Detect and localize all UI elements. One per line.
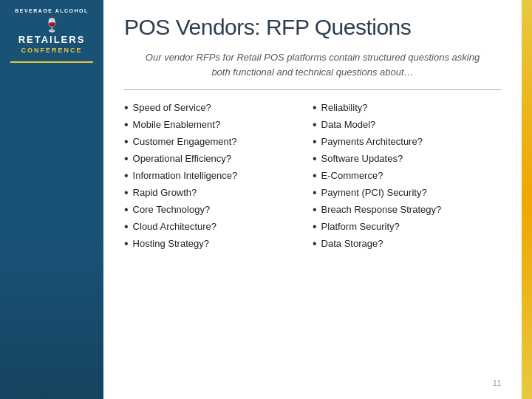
logo-area: BEVERAGE ALCOHOL 🍷 RETAILERS CONFERENCE — [7, 7, 96, 54]
bullet-text: E-Commerce? — [321, 170, 383, 181]
bullet-dot: • — [313, 204, 317, 216]
list-item: •Breach Response Strategy? — [313, 204, 501, 216]
list-item: •Payment (PCI) Security? — [313, 187, 501, 199]
subtitle: Our vendor RFPs for Retail POS platforms… — [124, 50, 501, 79]
bullet-dot: • — [124, 136, 129, 148]
logo-icon-row: 🍷 — [44, 17, 60, 33]
bullet-dot: • — [124, 119, 129, 131]
bullet-dot: • — [313, 187, 317, 199]
bullet-columns: •Speed of Service?•Mobile Enablement?•Cu… — [124, 102, 501, 373]
list-item: •Mobile Enablement? — [124, 119, 313, 131]
bullet-text: Reliability? — [321, 102, 368, 113]
bullet-text: Data Model? — [321, 119, 376, 130]
bullet-text: Customer Engagement? — [133, 136, 237, 147]
bullet-dot: • — [124, 221, 129, 233]
bullet-dot: • — [313, 119, 317, 131]
list-item: •Rapid Growth? — [124, 187, 313, 199]
main-content: POS Vendors: RFP Questions Our vendor RF… — [103, 0, 522, 399]
right-accent-bar — [522, 0, 532, 399]
bullet-text: Mobile Enablement? — [133, 119, 221, 130]
list-item: •Customer Engagement? — [124, 136, 313, 148]
bullet-dot: • — [124, 204, 129, 216]
bullet-text: Speed of Service? — [133, 102, 211, 113]
logo-conference: CONFERENCE — [21, 47, 82, 54]
bullet-dot: • — [124, 187, 129, 199]
list-item: •Software Updates? — [313, 153, 501, 165]
right-bullet-col: •Reliability?•Data Model?•Payments Archi… — [313, 102, 501, 373]
bullet-text: Information Intelligence? — [133, 170, 238, 181]
page-title: POS Vendors: RFP Questions — [124, 15, 501, 40]
bullet-dot: • — [124, 153, 129, 165]
bullet-text: Cloud Architecture? — [133, 221, 216, 232]
bullet-text: Data Storage? — [321, 238, 383, 249]
bullet-dot: • — [313, 221, 317, 233]
bullet-dot: • — [124, 238, 129, 250]
list-item: •Core Technology? — [124, 204, 313, 216]
bullet-text: Payment (PCI) Security? — [321, 187, 427, 198]
list-item: •Reliability? — [313, 102, 501, 114]
list-item: •Operational Efficiency? — [124, 153, 313, 165]
bullet-text: Hosting Strategy? — [133, 238, 209, 249]
list-item: •Payments Architecture? — [313, 136, 501, 148]
list-item: •Hosting Strategy? — [124, 238, 313, 250]
divider-line — [124, 89, 501, 90]
bullet-dot: • — [313, 102, 317, 114]
page-number: 11 — [124, 373, 501, 387]
logo-icon: 🍷 — [44, 17, 60, 33]
list-item: •Platform Security? — [313, 221, 501, 233]
list-item: •Information Intelligence? — [124, 170, 313, 182]
list-item: •Data Model? — [313, 119, 501, 131]
bullet-text: Software Updates? — [321, 153, 403, 164]
bullet-dot: • — [124, 170, 129, 182]
logo-retailers: RETAILERS — [18, 35, 86, 45]
list-item: •Data Storage? — [313, 238, 501, 250]
bullet-dot: • — [124, 102, 129, 114]
sidebar-divider — [10, 61, 93, 63]
list-item: •Cloud Architecture? — [124, 221, 313, 233]
bullet-dot: • — [313, 238, 317, 250]
bullet-text: Operational Efficiency? — [133, 153, 231, 164]
bullet-text: Breach Response Strategy? — [321, 204, 442, 215]
bullet-dot: • — [313, 136, 317, 148]
bullet-text: Rapid Growth? — [133, 187, 197, 198]
bullet-text: Core Technology? — [133, 204, 211, 215]
bullet-text: Platform Security? — [321, 221, 400, 232]
bullet-dot: • — [313, 170, 317, 182]
bullet-text: Payments Architecture? — [321, 136, 423, 147]
logo-top-text: BEVERAGE ALCOHOL — [15, 7, 89, 14]
list-item: •Speed of Service? — [124, 102, 313, 114]
left-bullet-col: •Speed of Service?•Mobile Enablement?•Cu… — [124, 102, 313, 373]
sidebar: BEVERAGE ALCOHOL 🍷 RETAILERS CONFERENCE — [0, 0, 103, 399]
list-item: •E-Commerce? — [313, 170, 501, 182]
bullet-dot: • — [313, 153, 317, 165]
